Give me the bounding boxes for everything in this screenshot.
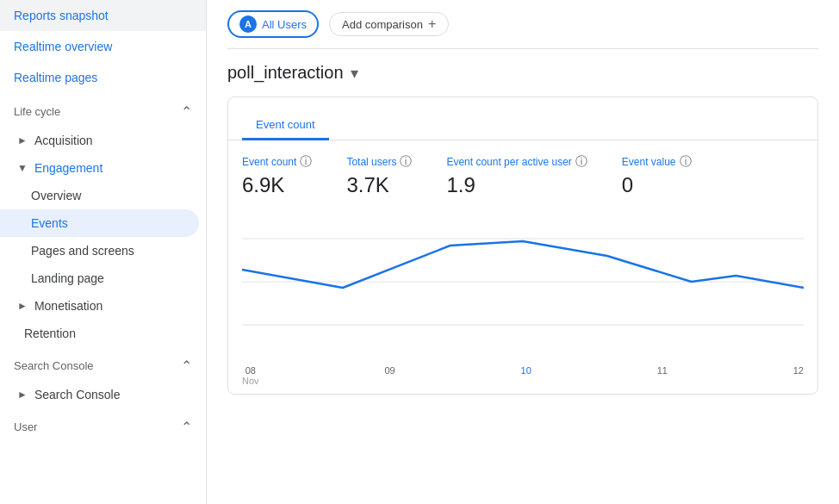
add-comparison-button[interactable]: Add comparison + [329, 12, 449, 36]
sidebar-item-engagement[interactable]: ▼ Engagement [0, 154, 206, 182]
chart-svg [242, 204, 804, 359]
search-console-section-header[interactable]: Search Console ⌃ [0, 347, 206, 381]
lifecycle-section-header[interactable]: Life cycle ⌃ [0, 93, 206, 127]
sidebar-item-acquisition[interactable]: ► Acquisition [0, 127, 206, 154]
total-users-info-icon[interactable]: ⓘ [400, 154, 412, 170]
sidebar-subitem-overview[interactable]: Overview [0, 182, 206, 209]
event-count-per-user-info-icon[interactable]: ⓘ [575, 154, 587, 170]
x-label-12: 12 [793, 365, 804, 386]
lifecycle-chevron: ⌃ [181, 103, 192, 120]
plus-icon: + [428, 16, 436, 32]
segment-avatar: A [239, 16, 257, 33]
chart-x-labels: 08 Nov 09 10 11 12 [242, 362, 804, 393]
metric-event-value-value: 0 [622, 173, 692, 197]
event-dropdown-icon[interactable]: ▾ [351, 64, 358, 83]
metric-event-count-per-user: Event count per active user ⓘ 1.9 [446, 154, 587, 197]
user-section-header[interactable]: User ⌃ [0, 408, 206, 442]
metric-total-users-value: 3.7K [346, 173, 412, 197]
event-name: poll_interaction [227, 63, 344, 83]
metrics-card: Event count Event count ⓘ 6.9K Total use… [227, 96, 818, 395]
tab-event-count[interactable]: Event count [242, 111, 329, 140]
event-count-info-icon[interactable]: ⓘ [300, 154, 312, 170]
metric-event-count-per-user-label: Event count per active user ⓘ [446, 154, 587, 170]
sidebar-item-search-console[interactable]: ► Search Console [0, 381, 206, 408]
metric-event-count-label: Event count ⓘ [242, 154, 312, 170]
metric-event-count-per-user-value: 1.9 [446, 173, 587, 197]
metric-event-value-label: Event value ⓘ [622, 154, 692, 170]
metric-total-users-label: Total users ⓘ [346, 154, 412, 170]
search-console-chevron: ⌃ [181, 358, 192, 374]
metric-event-count-value: 6.9K [242, 173, 312, 197]
all-users-segment-button[interactable]: A All Users [227, 10, 319, 38]
x-label-10: 10 [521, 365, 531, 386]
sidebar: Reports snapshot Realtime overview Realt… [0, 0, 207, 504]
chart-area: 08 Nov 09 10 11 12 [228, 204, 817, 394]
event-value-info-icon[interactable]: ⓘ [680, 154, 692, 170]
sidebar-subitem-landing-page[interactable]: Landing page [0, 264, 206, 292]
engagement-expand-icon: ▼ [17, 162, 28, 174]
x-label-09: 09 [384, 365, 395, 386]
sidebar-item-retention[interactable]: Retention [0, 320, 206, 347]
metric-event-value: Event value ⓘ 0 [622, 154, 692, 197]
acquisition-expand-icon: ► [17, 134, 28, 146]
sidebar-item-monetisation[interactable]: ► Monetisation [0, 292, 206, 320]
sidebar-subitem-events[interactable]: Events [0, 209, 199, 237]
sidebar-subitem-pages-screens[interactable]: Pages and screens [0, 237, 206, 264]
main-content: A All Users Add comparison + poll_intera… [207, 0, 839, 504]
metric-total-users: Total users ⓘ 3.7K [346, 154, 412, 197]
x-label-08: 08 Nov [242, 365, 259, 386]
user-chevron: ⌃ [181, 419, 192, 435]
sidebar-item-realtime-overview[interactable]: Realtime overview [0, 31, 206, 62]
metrics-row: Event count ⓘ 6.9K Total users ⓘ 3.7K Ev… [228, 140, 817, 204]
sidebar-item-realtime-pages[interactable]: Realtime pages [0, 62, 206, 93]
sidebar-item-reports-snapshot[interactable]: Reports snapshot [0, 0, 206, 31]
event-title-row: poll_interaction ▾ [227, 63, 818, 83]
metric-event-count: Event count ⓘ 6.9K [242, 154, 312, 197]
top-bar: A All Users Add comparison + [227, 0, 818, 49]
x-label-11: 11 [657, 365, 668, 386]
monetisation-expand-icon: ► [17, 300, 28, 312]
search-console-expand-icon: ► [17, 389, 28, 401]
metrics-tabs: Event count [228, 111, 817, 140]
